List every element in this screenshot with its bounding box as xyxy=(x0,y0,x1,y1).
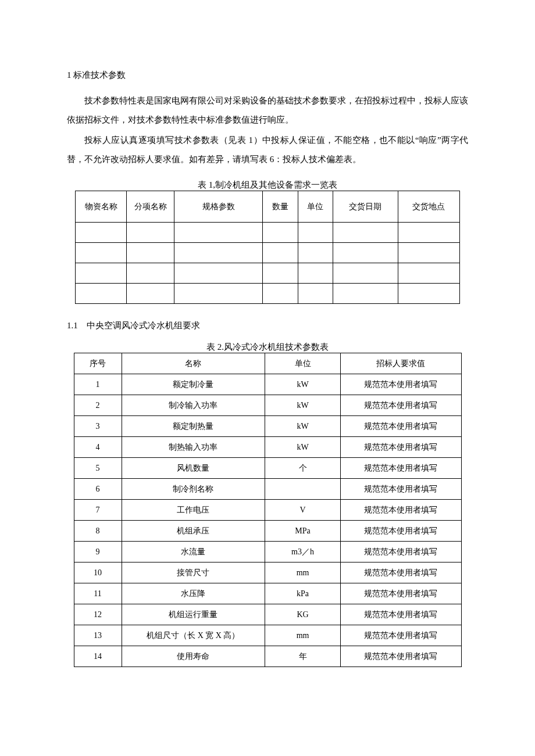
table-2-unit: 个 xyxy=(265,458,340,479)
table-2-name: 机组尺寸（长 X 宽 X 高） xyxy=(122,625,265,646)
section-1-1-heading: 1.1 中央空调风冷式冷水机组要求 xyxy=(67,320,468,331)
table-cell xyxy=(76,263,127,284)
section-1-para-1: 技术参数特性表是国家电网有限公司对采购设备的基础技术参数要求，在招投标过程中，投… xyxy=(67,91,468,130)
table-cell xyxy=(398,284,459,304)
table-2-name: 使用寿命 xyxy=(122,646,265,667)
table-2-name: 制冷剂名称 xyxy=(122,479,265,500)
table-2-no: 4 xyxy=(74,437,122,458)
table-row: 1 额定制冷量 kW 规范范本使用者填写 xyxy=(74,374,461,395)
table-cell xyxy=(398,243,459,263)
table-1-caption: 表 1,制冷机组及其他设备需求一览表 xyxy=(67,180,468,191)
table-row: 9 水流量 m3／h 规范范本使用者填写 xyxy=(74,542,461,562)
table-2-unit: kPa xyxy=(265,583,340,604)
table-cell xyxy=(76,223,127,243)
table-1-header-material: 物资名称 xyxy=(76,191,127,223)
table-row xyxy=(76,223,460,243)
table-row: 13 机组尺寸（长 X 宽 X 高） mm 规范范本使用者填写 xyxy=(74,625,461,646)
table-2-name: 风机数量 xyxy=(122,458,265,479)
table-2-req: 规范范本使用者填写 xyxy=(341,562,461,583)
table-cell xyxy=(263,284,298,304)
section-1-heading: 1 标准技术参数 xyxy=(67,70,468,81)
table-row xyxy=(76,243,460,263)
table-cell xyxy=(263,223,298,243)
table-2-name: 工作电压 xyxy=(122,500,265,521)
table-cell xyxy=(298,263,333,284)
table-cell xyxy=(333,284,398,304)
table-row xyxy=(76,263,460,284)
table-cell xyxy=(263,263,298,284)
table-row: 4 制热输入功率 kW 规范范本使用者填写 xyxy=(74,437,461,458)
table-2-name: 额定制热量 xyxy=(122,416,265,437)
table-2-name: 制冷输入功率 xyxy=(122,395,265,416)
table-2-header-req: 招标人要求值 xyxy=(341,353,461,374)
table-2-no: 7 xyxy=(74,500,122,521)
table-1-header-spec: 规格参数 xyxy=(174,191,263,223)
table-2-no: 8 xyxy=(74,521,122,542)
table-2-req: 规范范本使用者填写 xyxy=(341,479,461,500)
table-row: 3 额定制热量 kW 规范范本使用者填写 xyxy=(74,416,461,437)
table-row: 序号 名称 单位 招标人要求值 xyxy=(74,353,461,374)
table-2-no: 3 xyxy=(74,416,122,437)
table-2-unit xyxy=(265,479,340,500)
section-1-para-2: 投标人应认真逐项填写技术参数表（见表 1）中投标人保证值，不能空格，也不能以“响… xyxy=(67,131,468,169)
table-2-header-unit: 单位 xyxy=(265,353,340,374)
table-2-req: 规范范本使用者填写 xyxy=(341,395,461,416)
table-2-unit: KG xyxy=(265,604,340,625)
table-2-req: 规范范本使用者填写 xyxy=(341,437,461,458)
table-2-req: 规范范本使用者填写 xyxy=(341,646,461,667)
table-2-req: 规范范本使用者填写 xyxy=(341,625,461,646)
table-2-no: 14 xyxy=(74,646,122,667)
table-2-no: 5 xyxy=(74,458,122,479)
table-row: 12 机组运行重量 KG 规范范本使用者填写 xyxy=(74,604,461,625)
table-cell xyxy=(127,284,174,304)
table-cell xyxy=(298,243,333,263)
table-row: 6 制冷剂名称 规范范本使用者填写 xyxy=(74,479,461,500)
table-row: 物资名称 分项名称 规格参数 数量 单位 交货日期 交货地点 xyxy=(76,191,460,223)
table-2-no: 6 xyxy=(74,479,122,500)
table-cell xyxy=(398,223,459,243)
table-2-unit: V xyxy=(265,500,340,521)
table-2-no: 9 xyxy=(74,542,122,562)
table-cell xyxy=(333,223,398,243)
table-2-no: 2 xyxy=(74,395,122,416)
table-cell xyxy=(127,263,174,284)
table-2-unit: mm xyxy=(265,562,340,583)
table-2-caption: 表 2.风冷式冷水机组技术参数表 xyxy=(67,342,468,353)
table-cell xyxy=(76,284,127,304)
table-cell xyxy=(76,243,127,263)
table-cell xyxy=(263,243,298,263)
table-2-name: 水流量 xyxy=(122,542,265,562)
table-cell xyxy=(127,243,174,263)
table-cell xyxy=(333,263,398,284)
table-2-req: 规范范本使用者填写 xyxy=(341,458,461,479)
table-2-unit: kW xyxy=(265,374,340,395)
table-row: 14 使用寿命 年 规范范本使用者填写 xyxy=(74,646,461,667)
table-2-unit: mm xyxy=(265,625,340,646)
table-row xyxy=(76,284,460,304)
table-2-req: 规范范本使用者填写 xyxy=(341,374,461,395)
table-2-name: 水压降 xyxy=(122,583,265,604)
table-2: 序号 名称 单位 招标人要求值 1 额定制冷量 kW 规范范本使用者填写 2 制… xyxy=(74,353,462,667)
table-2-no: 12 xyxy=(74,604,122,625)
table-1-header-deliverydate: 交货日期 xyxy=(333,191,398,223)
table-2-req: 规范范本使用者填写 xyxy=(341,542,461,562)
table-2-unit: 年 xyxy=(265,646,340,667)
table-1-header-qty: 数量 xyxy=(263,191,298,223)
table-2-header-name: 名称 xyxy=(122,353,265,374)
table-cell xyxy=(174,223,263,243)
table-2-name: 额定制冷量 xyxy=(122,374,265,395)
table-2-req: 规范范本使用者填写 xyxy=(341,521,461,542)
table-2-name: 机组承压 xyxy=(122,521,265,542)
table-1-header-deliveryloc: 交货地点 xyxy=(398,191,459,223)
table-cell xyxy=(333,243,398,263)
table-2-name: 制热输入功率 xyxy=(122,437,265,458)
table-row: 5 风机数量 个 规范范本使用者填写 xyxy=(74,458,461,479)
table-2-no: 13 xyxy=(74,625,122,646)
table-2-name: 接管尺寸 xyxy=(122,562,265,583)
table-2-unit: kW xyxy=(265,437,340,458)
table-2-unit: MPa xyxy=(265,521,340,542)
table-2-req: 规范范本使用者填写 xyxy=(341,604,461,625)
table-2-unit: kW xyxy=(265,416,340,437)
table-cell xyxy=(398,263,459,284)
table-row: 8 机组承压 MPa 规范范本使用者填写 xyxy=(74,521,461,542)
